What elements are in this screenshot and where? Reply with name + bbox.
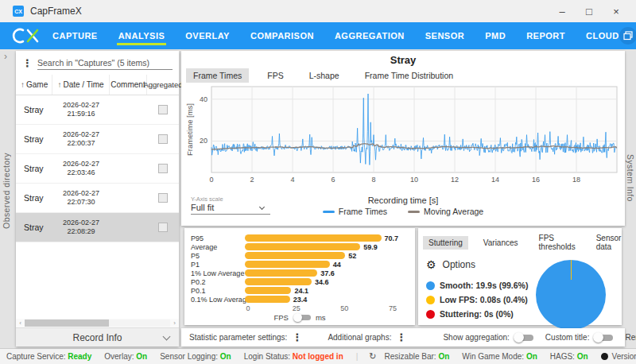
show-aggregation-control: Show aggregation:	[443, 332, 533, 343]
nav-item-cloud[interactable]: CLOUD	[586, 26, 619, 45]
aggregated-checkbox[interactable]	[158, 164, 168, 173]
capture-service-status: Capture Service: Ready	[6, 352, 91, 361]
statusbar-right: Version: 1.8.4	[601, 352, 636, 361]
captures-list: Stray2026-02-2721:59:16Stray2026-02-2722…	[16, 95, 179, 242]
svg-text:14: 14	[491, 176, 499, 184]
win-game-mode-status: Win Game Mode: On	[462, 352, 537, 361]
yaxis-scale-label: Y-Axis scale	[191, 196, 270, 203]
capframex-window: CX CapFrameX – □ × CAPTUREANALYSISOVERLA…	[0, 0, 636, 364]
svg-text:12: 12	[451, 176, 459, 184]
search-input[interactable]	[37, 56, 173, 70]
fps-ms-toggle[interactable]	[293, 313, 311, 322]
tab-l-shape[interactable]: L-shape	[302, 68, 347, 83]
aggregated-checkbox[interactable]	[158, 193, 168, 203]
nav-item-sensor[interactable]: SENSOR	[425, 26, 464, 45]
gear-icon: ⚙	[426, 258, 436, 271]
screenshot-button[interactable]	[619, 27, 636, 45]
bar-row: P0.234.6	[191, 277, 409, 286]
yaxis-scale-dropdown[interactable]: Y-Axis scale Full fit	[191, 196, 270, 215]
sort-asc-icon: ↑	[21, 80, 25, 89]
svg-text:8: 8	[371, 176, 375, 184]
maximize-button[interactable]: □	[576, 1, 603, 21]
aggregated-checkbox[interactable]	[158, 223, 168, 232]
bar-row: 1% Low Average37.6	[191, 269, 409, 277]
svg-text:2: 2	[250, 176, 254, 184]
search-row: ⋮	[16, 51, 179, 75]
capture-row[interactable]: Stray2026-02-2722:00:37	[16, 125, 179, 154]
svg-text:20: 20	[200, 137, 207, 145]
scroll-right-arrow[interactable]: ›	[170, 319, 179, 327]
tab-stuttering[interactable]: Stuttering	[423, 236, 468, 250]
options-button[interactable]: ⚙ Options	[426, 258, 536, 271]
record-info-expander[interactable]: Record Info	[16, 327, 179, 347]
fps-bar-axis: 0255075	[248, 304, 393, 312]
column-header-date-time[interactable]: ↑ Date / Time	[52, 75, 110, 95]
remove-outliers-control: Remove outliers:	[625, 332, 636, 343]
column-header-comment[interactable]: Comment	[110, 75, 147, 95]
stuttering-card: StutteringVariancesFPS thresholdsSensor …	[418, 228, 622, 325]
nav-menu: CAPTUREANALYSISOVERLAYCOMPARISONAGGREGAT…	[52, 26, 619, 45]
svg-text:4: 4	[290, 176, 294, 184]
scrollbar-track[interactable]	[25, 319, 170, 327]
unit-toggle-row: FPS ms	[191, 313, 409, 322]
custom-title-toggle[interactable]	[593, 332, 614, 343]
scrollbar-thumb[interactable]	[25, 319, 109, 327]
chevron-down-icon	[163, 333, 171, 341]
capture-row[interactable]: Stray2026-02-2722:07:30	[16, 184, 179, 213]
legend-item-smooth: Smooth: 19.9s (99.6%)	[426, 281, 536, 290]
app-icon: CX	[13, 6, 24, 17]
show-aggregation-toggle[interactable]	[514, 332, 534, 343]
screenshot-icon	[623, 31, 633, 41]
yaxis-scale-value[interactable]: Full fit	[191, 203, 270, 215]
fps-percentile-card: P9570.7Average59.9P552P1441% Low Average…	[184, 228, 415, 325]
nav-item-capture[interactable]: CAPTURE	[52, 26, 98, 45]
frametime-chart: 0246810121416182040Frametime [ms]	[184, 83, 625, 196]
stutter-body: ⚙ Options Smooth: 19.9s (99.6%)Low FPS: …	[418, 254, 622, 330]
toggle-controls: Show aggregation:Custom title:Remove out…	[432, 332, 636, 343]
capframex-logo-icon	[11, 27, 41, 45]
nav-item-aggregation[interactable]: AGGREGATION	[335, 26, 405, 45]
system-info-expander[interactable]: System Info	[626, 154, 635, 202]
close-button[interactable]: ×	[603, 1, 630, 21]
search-menu-kebab-icon[interactable]: ⋮	[22, 57, 37, 69]
capture-row[interactable]: Stray2026-02-2722:03:46	[16, 154, 179, 184]
capture-row[interactable]: Stray2026-02-2721:59:16	[16, 95, 179, 125]
version-dot-icon	[601, 353, 608, 360]
tab-variances[interactable]: Variances	[478, 236, 524, 250]
svg-text:18: 18	[572, 176, 580, 184]
captures-panel: ⋮ ↑ Game ↑ Date / Time Comment Aggregate…	[16, 51, 179, 347]
column-header-game[interactable]: ↑ Game	[16, 75, 52, 95]
main-panel: Stray Frame TimesFPSL-shapeFrame Time Di…	[181, 49, 625, 348]
tab-frame-times[interactable]: Frame Times	[186, 68, 249, 83]
svg-text:40: 40	[200, 95, 207, 103]
tab-fps[interactable]: FPS	[260, 68, 290, 83]
chart-tabs: Frame TimesFPSL-shapeFrame Time Distribu…	[186, 68, 625, 83]
tab-sensor-data[interactable]: Sensor data	[591, 231, 627, 254]
column-header-aggregated[interactable]: Aggregated	[147, 75, 179, 95]
bar-row: 0.1% Low Average23.4	[191, 295, 409, 304]
statusbar-left: Capture Service: ReadyOverlay: OnSensor …	[6, 351, 601, 362]
low-fps-dot	[426, 296, 435, 304]
nav-item-comparison[interactable]: COMPARISON	[250, 26, 314, 45]
tab-fps-thresholds[interactable]: FPS thresholds	[533, 231, 581, 254]
aggregated-checkbox[interactable]	[158, 134, 168, 144]
nav-item-report[interactable]: REPORT	[526, 26, 565, 45]
statistic-settings-kebab-icon[interactable]: ⋮	[292, 331, 307, 343]
additional-graphs-kebab-icon[interactable]: ⋮	[396, 331, 411, 343]
aggregated-checkbox[interactable]	[158, 105, 168, 114]
observed-directory-expander[interactable]: Observed directory	[2, 153, 11, 229]
titlebar: CX CapFrameX – □ ×	[0, 0, 636, 22]
sensor-logging-status: Sensor Logging: On	[160, 352, 231, 361]
minimize-button[interactable]: –	[549, 1, 576, 21]
tab-frame-time-distribution[interactable]: Frame Time Distribution	[358, 68, 460, 83]
scroll-left-arrow[interactable]: ‹	[16, 319, 25, 327]
expand-directory-chevron[interactable]: ›	[4, 51, 7, 62]
fps-bar-chart-rows: P9570.7Average59.9P552P1441% Low Average…	[191, 234, 409, 304]
nav-item-analysis[interactable]: ANALYSIS	[118, 26, 165, 45]
capture-row[interactable]: Stray2026-02-2722:08:29	[16, 213, 179, 242]
nav-item-pmd[interactable]: PMD	[485, 26, 506, 45]
nav-item-overlay[interactable]: OVERLAY	[185, 26, 230, 45]
svg-text:10: 10	[410, 176, 418, 184]
svg-text:Frametime [ms]: Frametime [ms]	[185, 103, 194, 156]
bar-row: P9570.7	[191, 234, 409, 242]
